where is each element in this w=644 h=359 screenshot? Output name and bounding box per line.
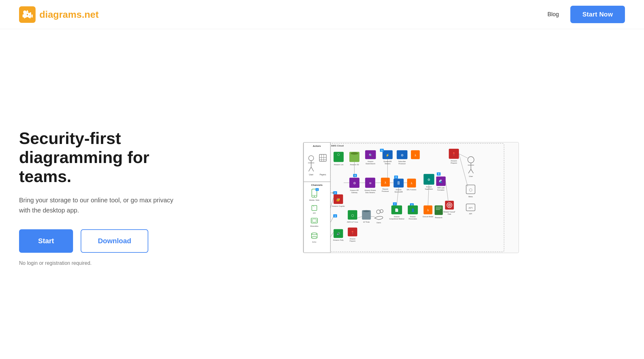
svg-text:API: API [469, 206, 473, 209]
logo-icon: ⛤ [19, 6, 36, 23]
hero-buttons: Start Download [19, 229, 184, 253]
svg-point-55 [351, 152, 358, 155]
svg-text:👤: 👤 [411, 208, 415, 212]
svg-text:⬡: ⬡ [351, 214, 354, 217]
svg-text:Amazon: Amazon [394, 216, 399, 218]
svg-text:Related "Casual": Related "Casual" [444, 211, 456, 213]
download-button[interactable]: Download [81, 229, 148, 253]
svg-text:Request: Request [382, 188, 388, 190]
svg-text:API: API [313, 212, 316, 214]
diagram-container: Actors User Payers Channels [303, 142, 519, 253]
svg-text:Amazon: Amazon [350, 238, 355, 240]
svg-text:DynamoDB: DynamoDB [395, 191, 403, 193]
svg-rect-5 [30, 12, 31, 17]
svg-text:7: 7 [394, 203, 395, 205]
svg-text:Formation: Formation [437, 189, 445, 191]
svg-text:Pinpoint: Pinpoint [451, 162, 457, 164]
svg-text:3: 3 [335, 215, 336, 217]
svg-text:≋: ≋ [369, 181, 372, 185]
svg-text:AWS Lake: AWS Lake [437, 187, 445, 189]
hero-subtext: Bring your storage to our online tool, o… [19, 195, 184, 215]
hero-right: Actors User Payers Channels [184, 142, 625, 253]
svg-text:λ: λ [385, 181, 386, 184]
svg-text:Data Streams: Data Streams [366, 192, 375, 193]
svg-text:Users: Users [376, 222, 381, 224]
svg-text:Channels: Channels [311, 184, 323, 186]
svg-text:Wearables: Wearables [310, 225, 319, 227]
svg-text:API: API [469, 213, 472, 215]
svg-text:🔍: 🔍 [369, 153, 373, 157]
svg-text:ElasticSearch: ElasticSearch [366, 163, 376, 165]
svg-text:9: 9 [438, 173, 439, 175]
svg-text:⎔: ⎔ [337, 153, 340, 156]
hero-headline: Security-first diagramming for teams. [19, 129, 184, 186]
svg-text:AWS IoT Core: AWS IoT Core [347, 221, 358, 223]
svg-text:Amazon: Amazon [396, 189, 401, 191]
svg-text:📍: 📍 [351, 231, 355, 235]
svg-text:Payers: Payers [320, 173, 326, 176]
svg-text:🌊: 🌊 [439, 179, 443, 183]
hero-left: Security-first diagramming for teams. Br… [19, 129, 184, 266]
diagram-svg: Actors User Payers Channels [303, 142, 519, 253]
svg-text:Meta: Meta [468, 196, 473, 198]
svg-text:λ: λ [427, 208, 429, 212]
svg-text:6: 6 [395, 176, 397, 178]
svg-rect-4 [28, 14, 30, 17]
svg-text:Amazon Lex: Amazon Lex [334, 164, 344, 166]
svg-text:Data: Data [448, 213, 451, 215]
svg-text:λ: λ [414, 153, 416, 157]
svg-text:4: 4 [354, 174, 356, 177]
svg-text:Research: Research [435, 217, 442, 219]
svg-text:⚙: ⚙ [353, 181, 356, 185]
svg-text:Amazon: Amazon [368, 161, 373, 162]
header: ⛤ diagrams.net Blog Start Now [0, 0, 644, 29]
svg-text:Actors: Actors [313, 145, 321, 147]
svg-text:5: 5 [381, 149, 383, 152]
svg-text:Amazon: Amazon [410, 216, 416, 218]
svg-text:Echo: Echo [312, 241, 316, 243]
svg-text:User: User [309, 173, 313, 176]
svg-text:Personalize: Personalize [409, 218, 417, 220]
svg-text:Execute Model: Execute Model [423, 216, 433, 218]
svg-text:Amazon: Amazon [451, 160, 457, 162]
svg-text:Comprehend Medical: Comprehend Medical [389, 218, 404, 220]
svg-text:⬡: ⬡ [469, 188, 472, 192]
hero-section: Security-first diagramming for teams. Br… [0, 29, 644, 359]
nav-area: Blog Start Now [547, 6, 625, 23]
svg-text:⚙: ⚙ [427, 178, 430, 181]
start-button[interactable]: Start [19, 229, 73, 253]
svg-text:📄: 📄 [395, 208, 399, 212]
hero-note: No login or registration required. [19, 260, 184, 266]
svg-text:🔊: 🔊 [337, 232, 340, 236]
svg-point-2 [23, 10, 26, 14]
svg-text:Processor: Processor [399, 163, 406, 165]
svg-text:Amazon Kinesis: Amazon Kinesis [365, 190, 376, 191]
svg-text:Processor: Processor [382, 191, 389, 192]
svg-text:⚙: ⚙ [401, 153, 404, 157]
logo-text: diagrams.net [39, 9, 99, 20]
svg-point-121 [363, 210, 370, 212]
svg-text:📍: 📍 [452, 152, 456, 156]
svg-point-156 [449, 205, 450, 206]
svg-rect-6 [31, 15, 33, 17]
svg-text:IoT Rule: IoT Rule [363, 221, 370, 223]
svg-text:User: User [469, 175, 473, 177]
svg-point-27 [314, 196, 315, 197]
svg-text:🔐: 🔐 [336, 198, 340, 202]
svg-rect-3 [23, 14, 27, 17]
svg-text:SageMaker: SageMaker [425, 188, 433, 190]
svg-text:Amazon Polly: Amazon Polly [333, 239, 344, 241]
start-now-button[interactable]: Start Now [570, 6, 625, 23]
svg-text:Mobile / Web: Mobile / Web [309, 199, 319, 201]
svg-text:Amazon Cognito: Amazon Cognito [332, 205, 345, 207]
svg-text:ERL Function: ERL Function [407, 189, 416, 191]
svg-text:Pinpoint: Pinpoint [350, 240, 356, 242]
svg-text:🗄: 🗄 [397, 181, 400, 185]
logo-area[interactable]: ⛤ diagrams.net [19, 6, 99, 23]
svg-text:Subscriber: Subscriber [398, 161, 406, 162]
blog-link[interactable]: Blog [547, 11, 559, 18]
svg-text:Amazon API: Amazon API [350, 190, 359, 191]
svg-text:⚡: ⚡ [386, 153, 390, 157]
svg-text:λ: λ [411, 181, 413, 185]
svg-text:AWS Cloud: AWS Cloud [331, 144, 344, 147]
